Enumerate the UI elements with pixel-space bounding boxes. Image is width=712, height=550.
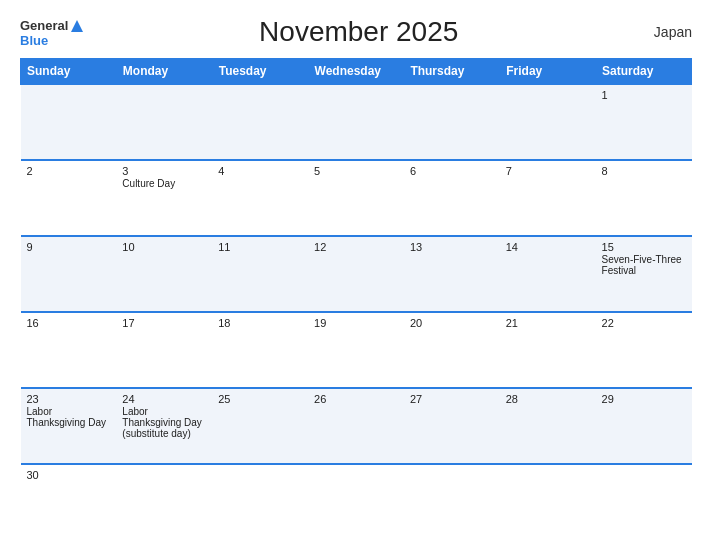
- calendar-day-cell: 24Labor Thanksgiving Day (substitute day…: [116, 388, 212, 464]
- calendar-day-cell: 8: [596, 160, 692, 236]
- calendar-day-cell: [116, 84, 212, 160]
- column-header-thursday: Thursday: [404, 59, 500, 85]
- calendar-day-cell: 29: [596, 388, 692, 464]
- day-number: 22: [602, 317, 686, 329]
- calendar-day-cell: 14: [500, 236, 596, 312]
- day-number: 7: [506, 165, 590, 177]
- calendar-day-cell: 23Labor Thanksgiving Day: [21, 388, 117, 464]
- day-number: 23: [27, 393, 111, 405]
- calendar-day-cell: [212, 464, 308, 540]
- calendar-header: General Blue November 2025 Japan: [20, 16, 692, 48]
- day-number: 26: [314, 393, 398, 405]
- column-header-tuesday: Tuesday: [212, 59, 308, 85]
- holiday-name: Seven-Five-Three Festival: [602, 254, 686, 276]
- day-number: 11: [218, 241, 302, 253]
- day-number: 20: [410, 317, 494, 329]
- calendar-day-cell: 1: [596, 84, 692, 160]
- day-number: 21: [506, 317, 590, 329]
- calendar-day-cell: [21, 84, 117, 160]
- calendar-table: SundayMondayTuesdayWednesdayThursdayFrid…: [20, 58, 692, 540]
- calendar-day-cell: 10: [116, 236, 212, 312]
- day-number: 29: [602, 393, 686, 405]
- day-number: 12: [314, 241, 398, 253]
- calendar-day-cell: 11: [212, 236, 308, 312]
- calendar-day-cell: 13: [404, 236, 500, 312]
- day-number: 27: [410, 393, 494, 405]
- day-number: 24: [122, 393, 206, 405]
- calendar-day-cell: [404, 464, 500, 540]
- day-number: 6: [410, 165, 494, 177]
- calendar-day-cell: [500, 464, 596, 540]
- day-number: 1: [602, 89, 686, 101]
- calendar-day-cell: [596, 464, 692, 540]
- calendar-day-cell: 25: [212, 388, 308, 464]
- logo: General Blue: [20, 18, 85, 47]
- calendar-week-row: 23Labor Thanksgiving Day24Labor Thanksgi…: [21, 388, 692, 464]
- calendar-day-cell: 6: [404, 160, 500, 236]
- calendar-day-cell: [308, 84, 404, 160]
- column-header-friday: Friday: [500, 59, 596, 85]
- calendar-day-cell: 3Culture Day: [116, 160, 212, 236]
- calendar-day-cell: 15Seven-Five-Three Festival: [596, 236, 692, 312]
- calendar-week-row: 16171819202122: [21, 312, 692, 388]
- calendar-day-cell: 2: [21, 160, 117, 236]
- day-number: 18: [218, 317, 302, 329]
- calendar-week-row: 30: [21, 464, 692, 540]
- holiday-name: Labor Thanksgiving Day (substitute day): [122, 406, 206, 439]
- day-number: 4: [218, 165, 302, 177]
- calendar-week-row: 1: [21, 84, 692, 160]
- calendar-day-cell: 7: [500, 160, 596, 236]
- day-number: 8: [602, 165, 686, 177]
- day-number: 2: [27, 165, 111, 177]
- calendar-day-cell: [116, 464, 212, 540]
- logo-icon: [69, 18, 85, 34]
- calendar-day-cell: [212, 84, 308, 160]
- column-header-saturday: Saturday: [596, 59, 692, 85]
- calendar-day-cell: 20: [404, 312, 500, 388]
- calendar-day-cell: 27: [404, 388, 500, 464]
- calendar-day-cell: 9: [21, 236, 117, 312]
- calendar-week-row: 9101112131415Seven-Five-Three Festival: [21, 236, 692, 312]
- day-number: 9: [27, 241, 111, 253]
- logo-general: General: [20, 19, 68, 32]
- holiday-name: Labor Thanksgiving Day: [27, 406, 111, 428]
- day-number: 3: [122, 165, 206, 177]
- day-number: 15: [602, 241, 686, 253]
- calendar-day-cell: 18: [212, 312, 308, 388]
- column-header-monday: Monday: [116, 59, 212, 85]
- column-header-sunday: Sunday: [21, 59, 117, 85]
- day-number: 28: [506, 393, 590, 405]
- calendar-day-cell: 21: [500, 312, 596, 388]
- logo-blue: Blue: [20, 34, 85, 47]
- calendar-day-cell: 16: [21, 312, 117, 388]
- calendar-day-cell: [404, 84, 500, 160]
- day-number: 19: [314, 317, 398, 329]
- day-number: 10: [122, 241, 206, 253]
- calendar-day-cell: 26: [308, 388, 404, 464]
- day-number: 30: [27, 469, 111, 481]
- day-number: 17: [122, 317, 206, 329]
- country-label: Japan: [632, 24, 692, 40]
- calendar-day-cell: 22: [596, 312, 692, 388]
- day-number: 14: [506, 241, 590, 253]
- calendar-day-cell: 12: [308, 236, 404, 312]
- holiday-name: Culture Day: [122, 178, 206, 189]
- day-number: 5: [314, 165, 398, 177]
- calendar-day-cell: [308, 464, 404, 540]
- calendar-day-cell: 30: [21, 464, 117, 540]
- svg-marker-0: [71, 20, 83, 32]
- calendar-day-cell: [500, 84, 596, 160]
- calendar-day-cell: 17: [116, 312, 212, 388]
- calendar-day-cell: 19: [308, 312, 404, 388]
- calendar-title: November 2025: [85, 16, 632, 48]
- column-header-wednesday: Wednesday: [308, 59, 404, 85]
- calendar-week-row: 23Culture Day45678: [21, 160, 692, 236]
- calendar-header-row: SundayMondayTuesdayWednesdayThursdayFrid…: [21, 59, 692, 85]
- day-number: 25: [218, 393, 302, 405]
- day-number: 16: [27, 317, 111, 329]
- day-number: 13: [410, 241, 494, 253]
- calendar-day-cell: 4: [212, 160, 308, 236]
- calendar-day-cell: 28: [500, 388, 596, 464]
- calendar-day-cell: 5: [308, 160, 404, 236]
